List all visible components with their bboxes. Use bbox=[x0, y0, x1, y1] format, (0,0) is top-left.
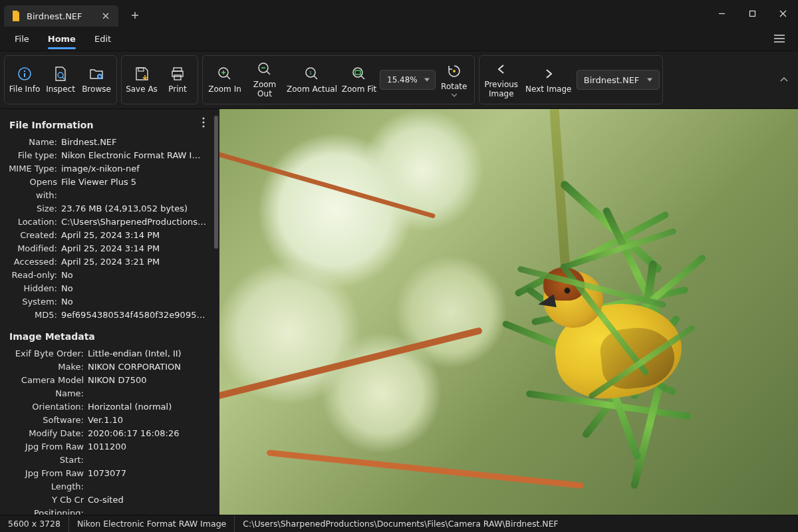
maximize-button[interactable] bbox=[737, 0, 767, 27]
property-row: Modify Date:2020:06:17 16:08:26 bbox=[8, 427, 207, 440]
image-viewer[interactable] bbox=[219, 109, 798, 515]
property-value: Horizontal (normal) bbox=[88, 400, 207, 414]
ribbon-group-output: Save As Print bbox=[121, 55, 198, 104]
sidebar-scrollbar[interactable] bbox=[214, 116, 218, 249]
tab-close-button[interactable] bbox=[100, 10, 112, 22]
property-row: Modified:April 25, 2024 3:14 PM bbox=[8, 242, 207, 255]
file-info-button[interactable]: File Info bbox=[7, 56, 42, 104]
property-key: MD5: bbox=[8, 309, 61, 322]
property-row: Location:C:\Users\SharpenedProductions\D… bbox=[8, 215, 207, 229]
property-key: Read-only: bbox=[8, 269, 61, 282]
property-row: Created:April 25, 2024 3:14 PM bbox=[8, 229, 207, 242]
property-value: Ver.1.10 bbox=[88, 414, 207, 427]
inspect-icon bbox=[52, 65, 69, 82]
property-value: April 25, 2024 3:14 PM bbox=[61, 229, 207, 242]
info-panel[interactable]: File Information Name:Birdnest.NEFFile t… bbox=[0, 109, 219, 515]
property-value: File Viewer Plus 5 bbox=[61, 176, 207, 189]
ribbon-group-navigate: Previous Image Next Image Birdnest.NEF bbox=[479, 55, 664, 104]
ribbon: File Info Inspect Browse Save As Prin bbox=[0, 51, 798, 109]
zoom-in-icon bbox=[216, 65, 233, 82]
hamburger-menu-button[interactable] bbox=[767, 27, 791, 51]
collapse-ribbon-button[interactable] bbox=[774, 55, 794, 104]
menu-edit[interactable]: Edit bbox=[86, 30, 119, 48]
property-key: Created: bbox=[8, 229, 61, 242]
property-value: Little-endian (Intel, II) bbox=[88, 347, 207, 360]
window-controls bbox=[706, 0, 798, 27]
property-row: Opens with:File Viewer Plus 5 bbox=[8, 176, 207, 202]
property-key: Modified: bbox=[8, 242, 61, 255]
property-key: Exif Byte Order: bbox=[8, 347, 88, 360]
property-value: April 25, 2024 3:21 PM bbox=[61, 255, 207, 269]
property-key: File type: bbox=[8, 149, 61, 162]
property-row: Make:NIKON CORPORATION bbox=[8, 360, 207, 374]
status-format: Nikon Electronic Format RAW Image bbox=[69, 515, 235, 532]
ribbon-group-file: File Info Inspect Browse bbox=[4, 55, 117, 104]
property-key: Hidden: bbox=[8, 282, 61, 295]
property-row: Exif Byte Order:Little-endian (Intel, II… bbox=[8, 347, 207, 360]
svg-rect-7 bbox=[174, 68, 182, 71]
document-icon bbox=[11, 11, 21, 21]
status-path: C:\Users\SharpenedProductions\Documents\… bbox=[235, 515, 567, 532]
property-key: Size: bbox=[8, 202, 61, 215]
workspace: File Information Name:Birdnest.NEFFile t… bbox=[0, 109, 798, 515]
zoom-level-select[interactable]: 15.48% bbox=[380, 70, 436, 90]
property-key: Y Cb Cr Positioning: bbox=[8, 493, 88, 515]
document-tab[interactable]: Birdnest.NEF bbox=[4, 5, 118, 27]
zoom-out-icon bbox=[256, 61, 273, 78]
chevron-right-icon bbox=[540, 65, 557, 82]
property-row: System:No bbox=[8, 295, 207, 309]
chevron-left-icon bbox=[493, 61, 510, 78]
minimize-button[interactable] bbox=[706, 0, 737, 27]
property-key: System: bbox=[8, 295, 61, 309]
property-key: Opens with: bbox=[8, 176, 61, 202]
save-as-button[interactable]: Save As bbox=[124, 56, 159, 104]
property-row: Y Cb Cr Positioning:Co-sited bbox=[8, 493, 207, 515]
folder-icon bbox=[88, 65, 105, 82]
svg-point-16 bbox=[453, 70, 456, 72]
new-tab-button[interactable] bbox=[125, 5, 145, 25]
image-metadata-heading: Image Metadata bbox=[9, 331, 217, 342]
browse-button[interactable]: Browse bbox=[79, 56, 114, 104]
print-button[interactable]: Print bbox=[160, 56, 195, 104]
menu-file[interactable]: File bbox=[7, 30, 37, 48]
property-value: No bbox=[61, 295, 207, 309]
zoom-fit-icon bbox=[350, 65, 368, 82]
inspect-button[interactable]: Inspect bbox=[43, 56, 78, 104]
property-row: Camera Model Name:NIKON D7500 bbox=[8, 374, 207, 400]
rotate-button[interactable]: Rotate bbox=[437, 56, 471, 104]
previous-image-button[interactable]: Previous Image bbox=[482, 56, 521, 104]
property-value: No bbox=[61, 282, 207, 295]
property-value: image/x-nikon-nef bbox=[61, 162, 207, 176]
zoom-out-button[interactable]: Zoom Out bbox=[245, 56, 284, 104]
property-value: C:\Users\SharpenedProductions\Docu... bbox=[61, 215, 207, 229]
panel-menu-button[interactable] bbox=[197, 116, 210, 129]
svg-point-19 bbox=[202, 125, 204, 127]
property-row: File type:Nikon Electronic Format RAW Im… bbox=[8, 149, 207, 162]
svg-rect-15 bbox=[355, 70, 360, 74]
file-info-heading: File Information bbox=[9, 120, 217, 130]
property-row: Orientation:Horizontal (normal) bbox=[8, 400, 207, 414]
file-navigator-select[interactable]: Birdnest.NEF bbox=[577, 70, 660, 90]
zoom-in-button[interactable]: Zoom In bbox=[205, 56, 244, 104]
status-dimensions: 5600 x 3728 bbox=[0, 515, 69, 532]
property-row: Name:Birdnest.NEF bbox=[8, 136, 207, 149]
zoom-fit-button[interactable]: Zoom Fit bbox=[340, 56, 378, 104]
close-window-button[interactable] bbox=[767, 0, 798, 27]
info-icon bbox=[16, 65, 33, 82]
property-key: Camera Model Name: bbox=[8, 374, 88, 400]
next-image-button[interactable]: Next Image bbox=[522, 56, 575, 104]
menubar: File Home Edit bbox=[0, 27, 798, 51]
titlebar: Birdnest.NEF bbox=[0, 0, 798, 27]
svg-point-2 bbox=[24, 70, 25, 72]
save-icon bbox=[133, 65, 150, 82]
property-key: Software: bbox=[8, 414, 88, 427]
zoom-actual-button[interactable]: 1 Zoom Actual bbox=[285, 56, 338, 104]
zoom-actual-icon: 1 bbox=[303, 65, 321, 82]
menu-home[interactable]: Home bbox=[40, 30, 84, 48]
tab-label: Birdnest.NEF bbox=[27, 11, 82, 21]
property-value: 9ef6954380534f4580f32e90952655ef bbox=[61, 309, 207, 322]
property-value: Birdnest.NEF bbox=[61, 136, 207, 149]
property-value: No bbox=[61, 269, 207, 282]
property-row: MIME Type:image/x-nikon-nef bbox=[8, 162, 207, 176]
property-row: Jpg From Raw Start:1011200 bbox=[8, 440, 207, 467]
